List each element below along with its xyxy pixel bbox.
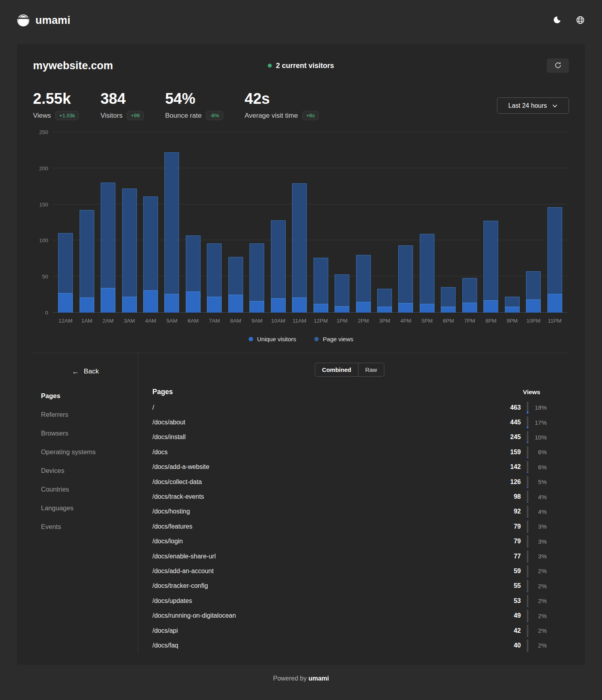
visitors-bar	[186, 292, 201, 313]
percent-meter	[527, 476, 528, 488]
pageviews-bar	[441, 287, 456, 313]
views-value: 79	[497, 523, 521, 530]
page-path-link[interactable]: /	[152, 404, 497, 411]
views-value: 92	[497, 508, 521, 515]
percent-meter	[527, 550, 528, 562]
bar-slot	[204, 132, 225, 313]
page-path-link[interactable]: /docs/api	[152, 627, 497, 634]
page-path-link[interactable]: /docs/updates	[152, 597, 497, 605]
page-path-link[interactable]: /docs/add-a-website	[152, 463, 497, 471]
table-row: /docs/api422%	[152, 623, 547, 638]
x-axis-label: 11AM	[289, 318, 310, 324]
pageviews-bar	[335, 274, 349, 313]
table-row: /docs/about44517%	[152, 415, 547, 430]
percent-value: 3%	[528, 538, 547, 545]
page-path-link[interactable]: /docs/enable-share-url	[152, 553, 497, 560]
bar-slot	[438, 132, 459, 313]
sidebar-item-countries[interactable]: Countries	[33, 480, 138, 499]
refresh-button[interactable]	[547, 58, 569, 73]
page-path-link[interactable]: /docs/about	[152, 419, 497, 426]
table-row: /docs/login793%	[152, 534, 547, 549]
page-path-link[interactable]: /docs/hosting	[152, 508, 497, 515]
sidebar-item-browsers[interactable]: Browsers	[33, 424, 138, 443]
brand: umami	[17, 14, 70, 27]
bar-slot	[395, 132, 416, 313]
page-path-link[interactable]: /docs/login	[152, 538, 497, 545]
globe-icon	[576, 16, 585, 26]
stat-value: 42s	[245, 91, 319, 106]
sidebar-item-referrers[interactable]: Referrers	[33, 405, 138, 424]
pageviews-bar	[526, 271, 541, 313]
stat-label: Average visit time	[245, 112, 298, 120]
stats-summary: 2.55kViews+1.03k384Visitors+9954%Bounce …	[33, 91, 319, 120]
x-axis-label: 12PM	[310, 318, 331, 324]
page-path-link[interactable]: /docs/features	[152, 523, 497, 530]
chart-bars	[53, 132, 567, 313]
table-row: /docs/install24510%	[152, 430, 547, 445]
bar-slot	[544, 132, 565, 313]
views-value: 59	[497, 568, 521, 575]
views-value: 49	[497, 612, 521, 619]
bar-slot	[523, 132, 544, 313]
pageviews-bar	[164, 152, 179, 313]
legend-item[interactable]: Unique visitors	[249, 336, 296, 342]
stat-label-row: Views+1.03k	[33, 111, 79, 120]
page-path-link[interactable]: /docs	[152, 449, 497, 456]
stat-label: Bounce rate	[165, 112, 202, 120]
bar-slot	[289, 132, 310, 313]
toggle-raw[interactable]: Raw	[358, 363, 384, 376]
visitors-bar	[80, 298, 94, 313]
table-row: /docs/running-on-digitalocean492%	[152, 608, 547, 623]
percent-value: 3%	[528, 523, 547, 530]
visitors-bar	[164, 294, 179, 313]
y-axis-tick: 100	[39, 237, 48, 243]
percent-meter	[527, 580, 528, 592]
current-visitors-label: 2 current visitors	[276, 62, 334, 70]
sidebar-item-devices[interactable]: Devices	[33, 461, 138, 480]
percent-meter-fill	[527, 651, 528, 651]
date-range-select[interactable]: Last 24 hours	[497, 97, 569, 114]
theme-toggle-button[interactable]	[553, 16, 561, 25]
y-axis-tick: 200	[39, 165, 48, 171]
stat-change-badge: -6%	[206, 111, 223, 120]
percent-meter	[527, 521, 528, 533]
back-button[interactable]: ← Back	[72, 368, 99, 375]
percent-value: 5%	[528, 478, 547, 485]
page-path-link[interactable]: /docs/track-events	[152, 493, 497, 500]
pageviews-bar	[101, 183, 115, 313]
percent-meter-fill	[527, 426, 528, 428]
back-arrow-icon: ←	[72, 368, 79, 375]
toggle-combined[interactable]: Combined	[315, 363, 358, 376]
sidebar-item-languages[interactable]: Languages	[33, 499, 138, 517]
percent-meter-fill	[527, 636, 528, 637]
sidebar-item-events[interactable]: Events	[33, 517, 138, 536]
y-axis-tick: 0	[45, 310, 48, 316]
page-path-link[interactable]: /docs/running-on-digitalocean	[152, 612, 497, 619]
page-path-link[interactable]: /docs/tracker-config	[152, 582, 497, 589]
percent-meter	[527, 461, 528, 473]
percent-meter-fill	[527, 607, 528, 607]
legend-label: Page views	[323, 336, 353, 342]
language-button[interactable]	[576, 16, 585, 26]
page-path-link[interactable]: /docs/faq	[152, 642, 497, 649]
sidebar-item-operating-systems[interactable]: Operating systems	[33, 443, 138, 461]
visitors-bar	[58, 293, 73, 313]
page-path-link[interactable]: /docs/collect-data	[152, 478, 497, 486]
x-axis-label: 6PM	[438, 318, 459, 324]
sidebar-item-pages[interactable]: Pages	[33, 387, 138, 405]
percent-value: 4%	[528, 508, 547, 515]
visitors-bar	[483, 300, 498, 313]
percent-meter-fill	[527, 577, 528, 577]
bar-slot	[480, 132, 501, 313]
legend-item[interactable]: Page views	[314, 336, 353, 342]
visitors-bar	[314, 304, 328, 313]
pageviews-bar	[462, 278, 477, 313]
table-row: /docs1596%	[152, 445, 547, 459]
visitors-bar	[335, 306, 349, 313]
page-path-link[interactable]: /docs/add-an-account	[152, 568, 497, 575]
stat-label: Visitors	[100, 112, 122, 120]
percent-meter	[527, 416, 528, 428]
visitors-bar	[143, 290, 158, 313]
page-path-link[interactable]: /docs/install	[152, 434, 497, 441]
legend-dot-icon	[249, 337, 253, 341]
